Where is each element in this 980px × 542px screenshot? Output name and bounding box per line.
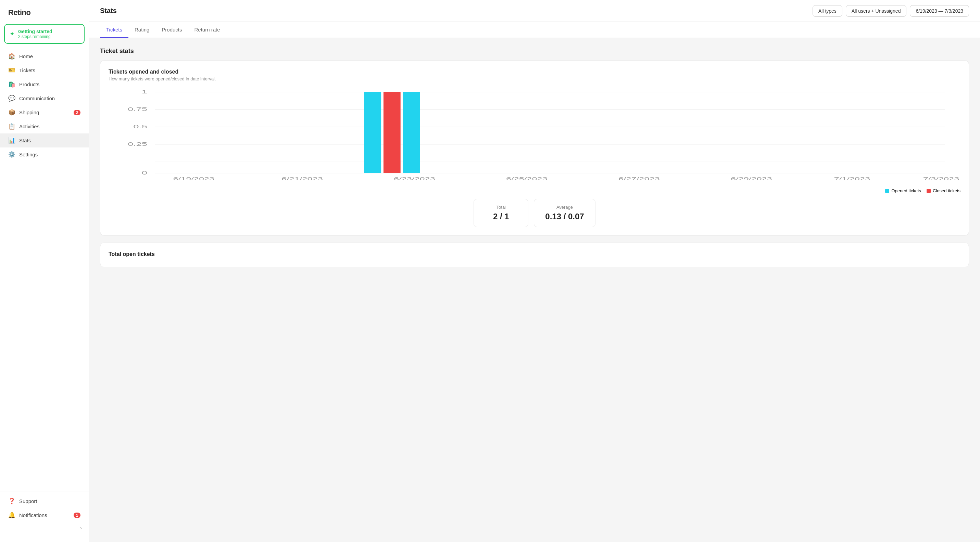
opened-legend-label: Opened tickets [891, 188, 921, 193]
svg-text:6/23/2023: 6/23/2023 [394, 177, 435, 182]
sidebar-item-label: Home [19, 53, 33, 59]
sidebar: Retino ✦ Getting started 2 steps remaini… [0, 0, 89, 542]
chart-subtitle: How many tickets were opened/closed in d… [108, 76, 961, 81]
page-header: Stats All types All users + Unassigned 6… [89, 0, 980, 22]
closed-bar-1 [383, 92, 401, 173]
svg-text:0.25: 0.25 [128, 141, 147, 147]
svg-text:6/19/2023: 6/19/2023 [173, 177, 214, 182]
getting-started-subtitle: 2 steps remaining [18, 34, 52, 39]
sidebar-item-label: Tickets [19, 67, 35, 73]
sidebar-item-home[interactable]: 🏠 Home [0, 49, 89, 63]
svg-text:6/21/2023: 6/21/2023 [282, 177, 323, 182]
svg-text:1: 1 [142, 89, 147, 94]
svg-text:6/25/2023: 6/25/2023 [506, 177, 547, 182]
sidebar-item-label: Activities [19, 124, 40, 129]
main-content: Stats All types All users + Unassigned 6… [89, 0, 980, 542]
chart-title: Tickets opened and closed [108, 69, 961, 75]
tickets-opened-closed-card: Tickets opened and closed How many ticke… [100, 60, 969, 236]
total-open-tickets-card: Total open tickets [100, 242, 969, 267]
date-range-filter[interactable]: 6/19/2023 — 7/3/2023 [910, 5, 969, 17]
svg-text:6/29/2023: 6/29/2023 [731, 177, 772, 182]
sidebar-item-tickets[interactable]: 🎫 Tickets [0, 63, 89, 77]
settings-icon: ⚙️ [8, 151, 15, 158]
activities-icon: 📋 [8, 123, 15, 130]
notifications-icon: 🔔 [8, 512, 15, 519]
sidebar-expand-button[interactable]: › [0, 522, 89, 534]
closed-legend-dot [927, 189, 931, 193]
average-value: 0.13 / 0.07 [545, 212, 584, 221]
chart-svg: 1 0.75 0.5 0.25 0 6/19/2023 6/21/2023 6/… [108, 88, 961, 184]
tab-tickets[interactable]: Tickets [100, 22, 129, 38]
shipping-badge: 2 [74, 110, 81, 115]
all-users-filter[interactable]: All users + Unassigned [846, 5, 907, 17]
ticket-stats-title: Ticket stats [100, 48, 969, 55]
getting-started-card[interactable]: ✦ Getting started 2 steps remaining [4, 24, 84, 44]
tickets-icon: 🎫 [8, 67, 15, 74]
total-stat-box: Total 2 / 1 [474, 199, 528, 227]
home-icon: 🏠 [8, 53, 15, 60]
all-types-filter[interactable]: All types [813, 5, 842, 17]
svg-text:0.75: 0.75 [128, 106, 147, 112]
legend-opened: Opened tickets [885, 188, 921, 193]
tabs-bar: Tickets Rating Products Return rate [89, 22, 980, 38]
sidebar-item-label: Products [19, 81, 40, 87]
sidebar-item-label: Communication [19, 95, 55, 101]
stats-row: Total 2 / 1 Average 0.13 / 0.07 [108, 199, 961, 227]
sidebar-item-notifications[interactable]: 🔔 Notifications 1 [0, 508, 89, 522]
chart-legend: Opened tickets Closed tickets [108, 188, 961, 193]
support-icon: ❓ [8, 498, 15, 505]
sidebar-item-label: Shipping [19, 109, 39, 115]
svg-text:0: 0 [142, 170, 147, 176]
getting-started-title: Getting started [18, 29, 52, 34]
legend-closed: Closed tickets [927, 188, 961, 193]
sidebar-item-products[interactable]: 🛍️ Products [0, 77, 89, 91]
products-icon: 🛍️ [8, 81, 15, 88]
closed-legend-label: Closed tickets [933, 188, 961, 193]
sidebar-item-shipping[interactable]: 📦 Shipping 2 [0, 105, 89, 119]
sidebar-item-stats[interactable]: 📊 Stats [0, 133, 89, 147]
sidebar-item-activities[interactable]: 📋 Activities [0, 119, 89, 133]
content-area: Ticket stats Tickets opened and closed H… [89, 38, 980, 542]
communication-icon: 💬 [8, 95, 15, 102]
sidebar-item-label: Support [19, 498, 37, 504]
notifications-badge: 1 [74, 513, 81, 518]
sidebar-bottom: ❓ Support 🔔 Notifications 1 › [0, 491, 89, 537]
sidebar-item-label: Settings [19, 152, 38, 157]
sidebar-item-communication[interactable]: 💬 Communication [0, 91, 89, 105]
opened-bar-2 [402, 92, 420, 173]
total-label: Total [485, 204, 517, 210]
average-stat-box: Average 0.13 / 0.07 [534, 199, 595, 227]
svg-text:7/1/2023: 7/1/2023 [834, 177, 870, 182]
svg-text:0.5: 0.5 [133, 124, 147, 130]
sidebar-item-label: Stats [19, 138, 31, 143]
average-label: Average [545, 204, 584, 210]
svg-text:7/3/2023: 7/3/2023 [923, 177, 959, 182]
tab-rating[interactable]: Rating [129, 22, 156, 38]
opened-bar-1 [364, 92, 381, 173]
tab-return-rate[interactable]: Return rate [188, 22, 226, 38]
bar-chart: 1 0.75 0.5 0.25 0 6/19/2023 6/21/2023 6/… [108, 88, 961, 184]
opened-legend-dot [885, 189, 889, 193]
total-open-title: Total open tickets [108, 251, 961, 257]
sidebar-item-label: Notifications [19, 512, 47, 518]
sidebar-item-support[interactable]: ❓ Support [0, 494, 89, 508]
page-title: Stats [100, 7, 117, 15]
total-value: 2 / 1 [485, 212, 517, 221]
sidebar-item-settings[interactable]: ⚙️ Settings [0, 147, 89, 162]
stats-icon: 📊 [8, 137, 15, 144]
header-filters: All types All users + Unassigned 6/19/20… [813, 5, 969, 17]
app-logo: Retino [0, 5, 89, 24]
getting-started-icon: ✦ [10, 30, 15, 38]
tab-products[interactable]: Products [156, 22, 188, 38]
shipping-icon: 📦 [8, 109, 15, 116]
svg-text:6/27/2023: 6/27/2023 [619, 177, 660, 182]
main-nav: 🏠 Home 🎫 Tickets 🛍️ Products 💬 Communica… [0, 49, 89, 162]
